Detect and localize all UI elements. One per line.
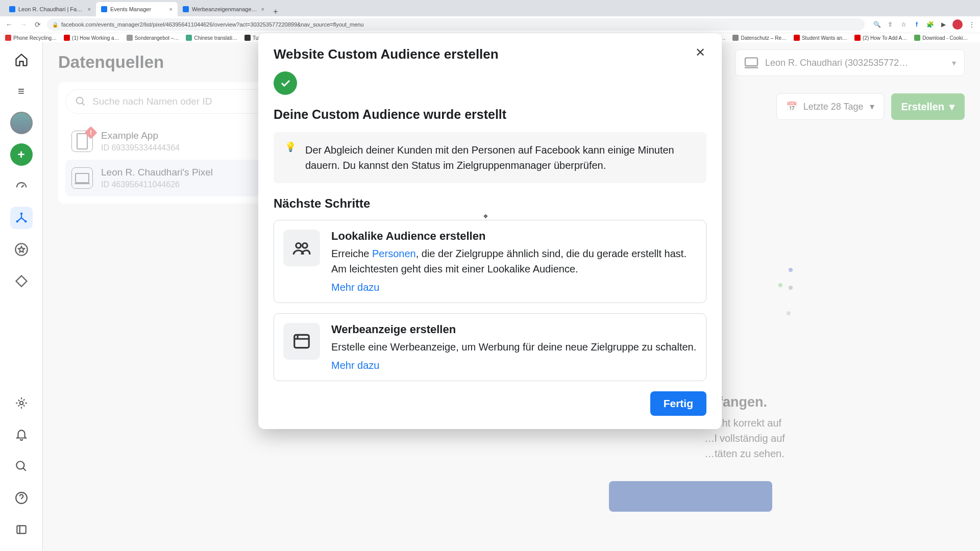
more-link[interactable]: Mehr dazu	[331, 360, 696, 371]
svg-point-11	[303, 243, 308, 248]
cursor-icon: ⌖	[483, 212, 488, 221]
step-title: Lookalike Audience erstellen	[331, 230, 697, 243]
step-create-ad[interactable]: Werbeanzeige erstellen Erstelle eine Wer…	[274, 313, 706, 381]
personen-link[interactable]: Personen	[372, 248, 416, 259]
window-icon	[283, 323, 320, 360]
modal-title: Website Custom Audience erstellen	[274, 46, 706, 62]
more-link[interactable]: Mehr dazu	[331, 282, 697, 293]
close-button[interactable]: ✕	[692, 44, 708, 61]
info-message: Der Abgleich deiner Kunden mit den Perso…	[305, 142, 695, 173]
step-desc: Erstelle eine Werbeanzeige, um Werbung f…	[331, 339, 696, 355]
lightbulb-icon: 💡	[285, 142, 296, 173]
svg-rect-12	[295, 335, 309, 347]
step-desc: Erreiche Personen, die der Zielgruppe äh…	[331, 246, 697, 277]
info-box: 💡 Der Abgleich deiner Kunden mit den Per…	[274, 132, 706, 183]
next-steps-title: Nächste Schritte	[274, 196, 706, 211]
step-lookalike[interactable]: Lookalike Audience erstellen Erreiche Pe…	[274, 220, 706, 303]
modal-subtitle: Deine Custom Audience wurde erstellt	[274, 107, 706, 122]
step-title: Werbeanzeige erstellen	[331, 323, 696, 336]
done-button[interactable]: Fertig	[650, 391, 706, 416]
people-icon	[283, 230, 320, 266]
svg-point-10	[296, 243, 301, 248]
success-check-icon	[274, 71, 297, 95]
modal-create-audience: Website Custom Audience erstellen ✕ Dein…	[258, 33, 722, 429]
modal-backdrop: Website Custom Audience erstellen ✕ Dein…	[0, 0, 980, 551]
